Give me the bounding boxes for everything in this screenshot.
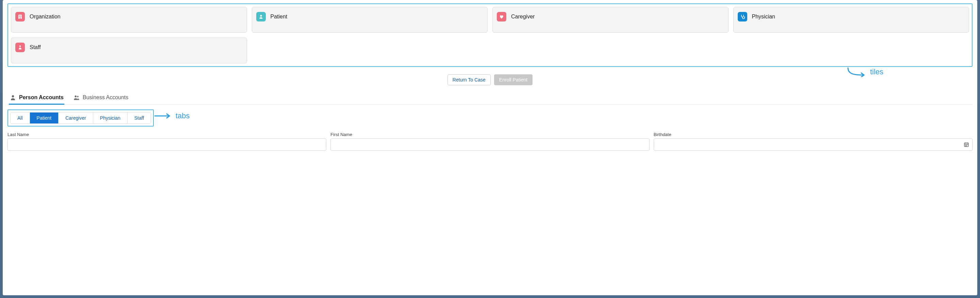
annotation-tabs: tabs [154, 112, 190, 120]
calendar-icon[interactable] [964, 142, 969, 147]
actions-bar: Return To Case Enroll Patient [8, 74, 972, 85]
tile-staff[interactable]: Staff [11, 37, 247, 63]
tab-person-accounts[interactable]: Person Accounts [9, 92, 64, 105]
filter-tab-all[interactable]: All [11, 112, 30, 123]
tile-organization[interactable]: Organization [11, 7, 247, 33]
filter-tab-staff[interactable]: Staff [127, 112, 151, 123]
field-birthdate: Birthdate [654, 132, 972, 151]
tile-label: Physician [752, 14, 775, 20]
svg-point-6 [260, 15, 262, 17]
search-fields: Last Name First Name Birthdate [8, 132, 972, 151]
page-container: Organization Patient Caregiver Physician [3, 0, 977, 295]
svg-rect-2 [21, 15, 21, 16]
svg-rect-22 [966, 146, 967, 146]
filter-tab-physician[interactable]: Physician [93, 112, 127, 123]
return-to-case-button[interactable]: Return To Case [447, 74, 491, 85]
tiles-grid: Organization Patient Caregiver Physician [11, 7, 969, 63]
tile-label: Caregiver [511, 14, 535, 20]
svg-rect-20 [967, 144, 968, 145]
svg-rect-21 [965, 146, 966, 146]
filter-tab-caregiver[interactable]: Caregiver [59, 112, 93, 123]
tab-label: Business Accounts [83, 95, 128, 101]
account-type-tabs: Person Accounts Business Accounts [8, 92, 972, 105]
svg-point-8 [19, 45, 21, 47]
staff-icon [15, 43, 25, 52]
tile-physician[interactable]: Physician [733, 7, 969, 33]
field-first-name: First Name [331, 132, 649, 151]
svg-rect-1 [19, 15, 20, 16]
svg-rect-9 [20, 47, 21, 48]
svg-point-7 [744, 17, 745, 18]
last-name-input[interactable] [8, 138, 326, 151]
person-icon [256, 12, 266, 21]
tile-caregiver[interactable]: Caregiver [492, 7, 729, 33]
svg-rect-5 [20, 18, 21, 19]
tile-label: Organization [30, 14, 60, 20]
tab-label: Person Accounts [19, 95, 64, 101]
birthdate-label: Birthdate [654, 132, 972, 137]
tile-label: Patient [270, 14, 288, 20]
svg-rect-4 [21, 16, 21, 17]
filter-tabs-highlight-box: All Patient Caregiver Physician Staff [8, 109, 154, 127]
first-name-input[interactable] [331, 138, 649, 151]
filter-row: All Patient Caregiver Physician Staff ta… [8, 109, 972, 127]
svg-rect-19 [966, 144, 967, 145]
field-last-name: Last Name [8, 132, 326, 151]
group-icon [73, 94, 80, 101]
first-name-label: First Name [331, 132, 649, 137]
stethoscope-icon [738, 12, 747, 21]
svg-point-12 [77, 96, 78, 97]
tab-business-accounts[interactable]: Business Accounts [73, 92, 129, 105]
svg-rect-18 [965, 144, 966, 145]
enroll-patient-button: Enroll Patient [494, 74, 533, 85]
building-icon [15, 12, 25, 21]
annotation-tabs-label: tabs [176, 112, 190, 120]
birthdate-input[interactable] [654, 138, 972, 151]
tile-label: Staff [30, 44, 41, 50]
svg-point-10 [12, 95, 14, 97]
svg-rect-3 [19, 16, 20, 17]
filter-tabs: All Patient Caregiver Physician Staff [10, 112, 151, 124]
svg-point-11 [75, 96, 76, 97]
person-icon [10, 94, 16, 101]
filter-tab-patient[interactable]: Patient [30, 112, 59, 123]
tile-patient[interactable]: Patient [252, 7, 488, 33]
tiles-highlight-box: Organization Patient Caregiver Physician [8, 3, 972, 67]
last-name-label: Last Name [8, 132, 326, 137]
heart-icon [497, 12, 506, 21]
